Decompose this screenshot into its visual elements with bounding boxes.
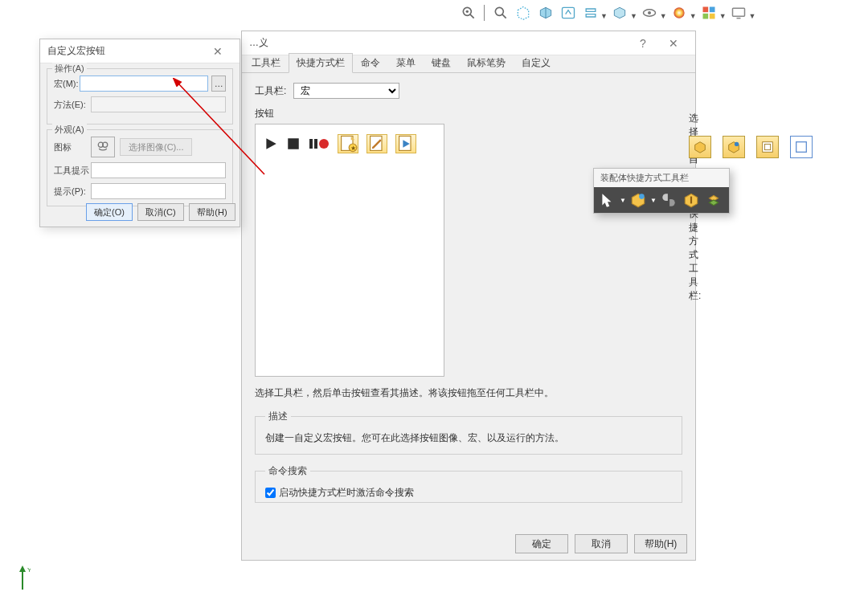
svg-rect-17 [288, 138, 299, 149]
macro-dialog-title: 自定义宏按钮 [47, 44, 105, 58]
tab-keyboard[interactable]: 键盘 [424, 53, 459, 72]
prompt-input[interactable] [91, 183, 226, 199]
instruction-text: 选择工具栏，然后单击按钮查看其描述。将该按钮拖至任何工具栏中。 [255, 386, 682, 400]
dialog-help-button[interactable]: ? [628, 32, 658, 55]
hide-show-icon[interactable] [610, 3, 630, 23]
method-combo[interactable] [91, 96, 226, 112]
tooltip-label: 工具提示 [54, 165, 91, 177]
buttons-label: 按钮 [255, 107, 682, 120]
measure-icon[interactable] [558, 3, 578, 23]
float-toolbar-title: 装配体快捷方式工具栏 [594, 169, 729, 187]
macro-path-input[interactable] [80, 76, 208, 92]
dropdown-caret-icon[interactable]: ▼ [650, 197, 657, 204]
customize-ok-button[interactable]: 确定 [515, 534, 568, 553]
macro-ok-button[interactable]: 确定(O) [86, 203, 133, 221]
shortcut-context-icons [689, 136, 813, 158]
activate-search-checkbox[interactable]: 启动快捷方式栏时激活命令搜索 [265, 486, 672, 500]
heads-up-toolbar: ▼ ▼ ▼ ▼ ▼ ▼ [458, 2, 756, 23]
browse-button[interactable]: … [211, 76, 226, 92]
svg-text:★: ★ [350, 144, 356, 152]
tab-toolbars[interactable]: 工具栏 [244, 53, 289, 72]
monitor-icon[interactable] [729, 3, 749, 23]
eye-icon[interactable] [640, 3, 660, 23]
activate-search-input[interactable] [265, 488, 276, 498]
dialog-close-button[interactable]: ✕ [658, 32, 689, 55]
customize-dialog: …义 ? ✕ 工具栏 快捷方式栏 命令 菜单 键盘 鼠标笔势 自定义 工具栏: … [241, 31, 696, 561]
svg-point-20 [319, 139, 329, 149]
tab-shortcut-bars[interactable]: 快捷方式栏 [289, 53, 353, 73]
svg-rect-10 [703, 7, 709, 13]
description-text: 创建一自定义宏按钮。您可在此选择按钮图像、宏、以及运行的方法。 [265, 431, 672, 445]
edit-macro-icon[interactable] [366, 134, 387, 153]
command-search-legend: 命令搜索 [265, 464, 310, 478]
display-style-icon[interactable] [580, 3, 600, 23]
assembly-shortcut-icon[interactable] [723, 136, 745, 158]
macro-label: 宏(M): [54, 78, 80, 90]
customize-title: …义 [249, 36, 268, 50]
svg-rect-6 [562, 7, 574, 18]
dropdown-caret-icon[interactable]: ▼ [719, 12, 727, 20]
dropdown-caret-icon[interactable]: ▼ [630, 12, 637, 20]
exploded-view-icon[interactable] [705, 191, 723, 209]
method-label: 方法(E): [54, 99, 91, 111]
dropdown-caret-icon[interactable]: ▼ [600, 12, 608, 20]
run-macro-icon[interactable] [264, 137, 278, 151]
svg-line-1 [469, 14, 473, 18]
svg-rect-12 [703, 14, 709, 19]
description-legend: 描述 [265, 410, 291, 423]
dropdown-caret-icon[interactable]: ▼ [620, 197, 626, 204]
customize-tabs: 工具栏 快捷方式栏 命令 菜单 键盘 鼠标笔势 自定义 [242, 55, 695, 73]
toolbar-label: 工具栏: [255, 84, 293, 98]
dropdown-caret-icon[interactable]: ▼ [660, 12, 667, 20]
icon-preview[interactable] [91, 137, 115, 157]
custom-macro-icon[interactable] [395, 134, 416, 153]
svg-point-9 [674, 7, 685, 18]
drawing-shortcut-icon[interactable] [756, 136, 779, 158]
command-search-group: 命令搜索 启动快捷方式栏时激活命令搜索 [255, 464, 682, 503]
macro-cancel-button[interactable]: 取消(C) [137, 203, 184, 221]
cursor-icon[interactable] [599, 191, 616, 209]
new-macro-icon[interactable]: ★ [338, 134, 358, 153]
choose-image-button: 选择图像(C)... [120, 138, 192, 156]
svg-point-2 [465, 10, 468, 13]
svg-rect-14 [733, 8, 745, 16]
svg-rect-19 [314, 139, 317, 149]
macro-help-button[interactable]: 帮助(H) [189, 203, 235, 221]
svg-rect-30 [763, 142, 773, 153]
mate-icon[interactable] [660, 191, 678, 209]
sketch-shortcut-icon[interactable] [790, 136, 813, 158]
tooltip-input[interactable] [91, 162, 226, 178]
macro-close-button[interactable]: ✕ [203, 40, 233, 63]
toolbar-combo[interactable]: 宏 [293, 83, 399, 99]
svg-marker-38 [19, 565, 26, 572]
axis-indicator: Y [14, 565, 31, 593]
zoom-window-icon[interactable] [490, 3, 510, 23]
tab-mouse-gestures[interactable]: 鼠标笔势 [459, 53, 514, 72]
pause-record-macro-icon[interactable] [309, 137, 330, 151]
section-view-icon[interactable] [535, 3, 555, 23]
previous-view-icon[interactable] [513, 3, 533, 23]
dropdown-caret-icon[interactable]: ▼ [690, 12, 697, 20]
zoom-to-fit-icon[interactable] [458, 3, 478, 23]
svg-line-4 [502, 14, 506, 18]
svg-rect-25 [371, 136, 382, 150]
stop-macro-icon[interactable] [286, 137, 301, 151]
smart-fasteners-icon[interactable] [682, 191, 700, 209]
appearance-group-label: 外观(A) [52, 124, 87, 136]
icon-label: 图标 [54, 141, 91, 153]
part-shortcut-icon[interactable] [689, 136, 711, 158]
customize-help-button[interactable]: 帮助(H) [634, 534, 687, 553]
description-group: 描述 创建一自定义宏按钮。您可在此选择按钮图像、宏、以及运行的方法。 [255, 410, 682, 455]
customize-cancel-button[interactable]: 取消 [575, 534, 628, 553]
dropdown-caret-icon[interactable]: ▼ [749, 12, 756, 20]
tab-menus[interactable]: 菜单 [388, 53, 424, 72]
tab-customization[interactable]: 自定义 [514, 53, 559, 72]
svg-point-8 [648, 11, 651, 14]
activate-search-label: 启动快捷方式栏时激活命令搜索 [279, 486, 414, 500]
scene-icon[interactable] [699, 3, 719, 23]
assembly-shortcut-toolbar[interactable]: 装配体快捷方式工具栏 ▼ ▼ [593, 168, 730, 214]
appearances-icon[interactable] [669, 3, 690, 23]
insert-component-icon[interactable] [629, 191, 647, 209]
svg-point-36 [639, 194, 645, 199]
tab-commands[interactable]: 命令 [353, 53, 388, 72]
